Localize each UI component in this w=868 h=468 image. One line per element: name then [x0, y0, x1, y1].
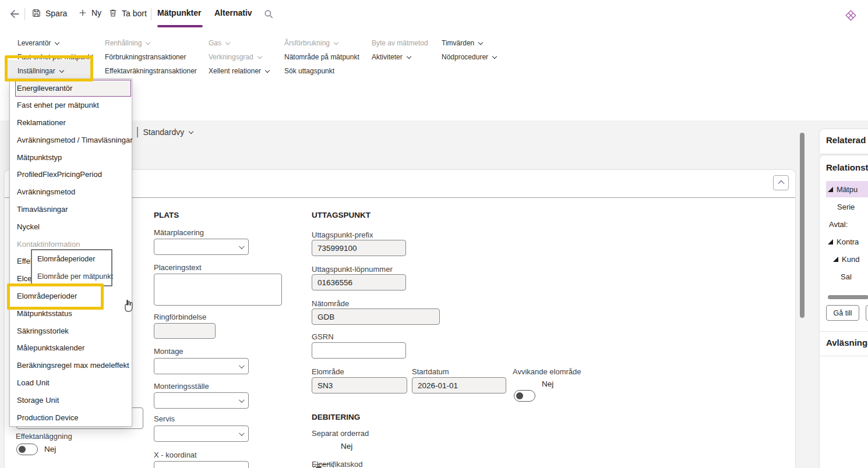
- view-selector[interactable]: Standardvy: [137, 127, 193, 137]
- menu-installningar[interactable]: Inställningar: [17, 64, 93, 78]
- menu-item-avrakningsmetod[interactable]: Avräkningsmetod: [10, 183, 132, 201]
- submenu-item-elomradeperioder[interactable]: Elområdeperioder: [32, 250, 111, 268]
- tree-node-matpunkt[interactable]: Mätpu: [828, 181, 858, 197]
- tree-expander-icon[interactable]: [828, 187, 833, 192]
- menu-item-load-unit[interactable]: Load Unit: [10, 374, 132, 392]
- tab-matpunkter[interactable]: Mätpunkter: [157, 8, 201, 17]
- matarplacering-label: Mätarplacering: [154, 228, 204, 237]
- separat-orderrad-label: Separat orderrad: [312, 429, 369, 438]
- menu-fast-enhet-per-matpunkt[interactable]: Fast enhet per mätpunkt: [17, 50, 93, 64]
- relation-tree-card: Relationstr Mätpu Serie Avtal: Kontra Ku…: [820, 155, 868, 468]
- menu-item-profiledflexpricingperiod[interactable]: ProfiledFlexPricingPeriod: [10, 166, 132, 183]
- save-button[interactable]: Spara: [31, 8, 67, 18]
- app-logo-icon: [845, 9, 857, 22]
- menu-natomrade-pa-matpunkt[interactable]: Nätområde på mätpunkt: [284, 50, 359, 64]
- effektanlaggning-value: Nej: [44, 445, 56, 453]
- tree-node-avtal[interactable]: Avtal:: [829, 216, 848, 232]
- menu-item-berakningsregel-max-medeleffekt[interactable]: Beräkningsregel max medeleffekt: [10, 357, 132, 374]
- related-title: Relaterad: [826, 135, 866, 145]
- menu-item-malepunktskalender[interactable]: Målepunktskalender: [10, 339, 132, 357]
- menu-item-production-device[interactable]: Production Device: [10, 409, 132, 426]
- toolbar-divider: [151, 8, 151, 20]
- montage-select[interactable]: [154, 358, 249, 374]
- collapse-section-button[interactable]: [773, 175, 789, 190]
- menu-item-timavlasningar[interactable]: Timavläsningar: [10, 201, 132, 218]
- ringforbindelse-input[interactable]: [154, 323, 216, 339]
- trash-icon: [108, 8, 118, 18]
- menu-forbrukningstransaktioner[interactable]: Förbrukningstransaktioner: [105, 50, 197, 64]
- chevron-down-icon: [189, 129, 193, 134]
- menu-item-avrakningsmetod-timavlasningar[interactable]: Avräkningsmetod / Timavläsningar: [10, 131, 132, 148]
- chevron-up-icon: [778, 180, 784, 187]
- menu-byte-av-matmetod[interactable]: Byte av mätmetod: [372, 36, 428, 50]
- avvikande-elomrade-toggle[interactable]: [514, 390, 535, 402]
- chevron-down-icon: [265, 68, 270, 73]
- chevron-down-icon: [146, 40, 150, 45]
- section-uttagspunkt: UTTAGSPUNKT: [312, 211, 371, 219]
- uttagspunkt-lopnummer-input[interactable]: 01636556: [312, 274, 406, 290]
- menu-timvarden[interactable]: Timvärden: [442, 36, 496, 50]
- submenu-item-elomrade-per-matpunkt[interactable]: Elområde per mätpunkt: [32, 268, 111, 285]
- menu-item-storage-unit[interactable]: Storage Unit: [10, 391, 132, 409]
- back-button[interactable]: [8, 8, 21, 20]
- tree-node-kund[interactable]: Kund: [833, 251, 859, 267]
- vertical-scrollbar[interactable]: [800, 133, 805, 318]
- matarplacering-select[interactable]: [154, 239, 249, 255]
- menu-xellent-relationer[interactable]: Xellent relationer: [209, 64, 269, 78]
- app-window: Spara Ny Ta bort Mätpunkter Alternativ L…: [0, 0, 868, 468]
- menu-item-nyckel[interactable]: Nyckel: [10, 218, 132, 235]
- menu-item-matpunktsstatus[interactable]: Mätpunktsstatus: [10, 304, 132, 322]
- menubar-column-3: Gas Verkningsgrad Xellent relationer: [209, 36, 269, 78]
- search-icon[interactable]: [263, 9, 274, 19]
- chevron-down-icon: [334, 40, 338, 45]
- delete-button[interactable]: Ta bort: [108, 8, 147, 18]
- ringforbindelse-label: Ringförbindelse: [154, 313, 206, 321]
- menu-sok-uttagspunkt[interactable]: Sök uttagspunkt: [284, 64, 359, 78]
- menu-item-elomradeperioder[interactable]: Elområdeperioder: [10, 288, 132, 305]
- menu-leverantor[interactable]: Leverantör: [17, 36, 93, 50]
- uttagspunkt-prefix-input[interactable]: 735999100: [312, 240, 406, 256]
- menu-gas[interactable]: Gas: [209, 36, 269, 50]
- menu-renhallning[interactable]: Renhållning: [105, 36, 197, 50]
- tree-expander-icon[interactable]: [828, 239, 833, 244]
- placeringstext-textarea[interactable]: [154, 274, 282, 306]
- section-plats: PLATS: [154, 211, 179, 219]
- toolbar-divider: [24, 8, 25, 20]
- x-koordinat-input[interactable]: [154, 461, 249, 468]
- effektanlaggning-toggle[interactable]: [16, 444, 38, 455]
- uttagspunkt-lopnummer-label: Uttagspunkt-löpnummer: [312, 265, 393, 274]
- secondary-button[interactable]: [866, 305, 868, 321]
- natomrade-input[interactable]: GDB: [312, 309, 440, 325]
- elomrade-input[interactable]: SN3: [312, 377, 407, 393]
- startdatum-input[interactable]: 2026-01-01: [412, 377, 506, 393]
- servis-label: Servis: [154, 414, 175, 423]
- tree-expander-icon[interactable]: [833, 257, 838, 262]
- menu-nodprocedurer[interactable]: Nödprocedurer: [442, 50, 496, 64]
- tree-node-kontrakt[interactable]: Kontra: [828, 233, 859, 250]
- go-to-button[interactable]: Gå till: [826, 305, 859, 321]
- chevron-down-icon: [406, 54, 411, 59]
- servis-select[interactable]: [154, 426, 249, 442]
- menu-aktiviteter[interactable]: Aktiviteter: [372, 50, 428, 64]
- chevron-down-icon: [225, 40, 230, 45]
- menu-item-energileverantor[interactable]: Energileverantör: [15, 80, 131, 97]
- menu-item-reklamationer[interactable]: Reklamationer: [10, 114, 132, 132]
- new-label: Ny: [91, 8, 101, 17]
- active-tab-underline: [157, 25, 203, 27]
- new-button[interactable]: Ny: [78, 8, 101, 17]
- tree-node-serie[interactable]: Serie: [837, 198, 855, 215]
- panel-divider: [820, 331, 868, 332]
- menu-arsforbrukning[interactable]: Årsförbrukning: [284, 36, 359, 50]
- menu-item-matpunktstyp[interactable]: Mätpunktstyp: [10, 148, 132, 166]
- tree-horizontal-scrollbar[interactable]: [828, 295, 868, 299]
- menubar-column-2: Renhållning Förbrukningstransaktioner Ef…: [105, 36, 197, 78]
- menu-item-sakringsstorlek[interactable]: Säkringsstorlek: [10, 322, 132, 339]
- tree-node-sal[interactable]: Sal: [841, 268, 852, 285]
- gsrn-input[interactable]: [312, 342, 406, 359]
- menu-verkningsgrad[interactable]: Verkningsgrad: [209, 50, 269, 64]
- tab-alternativ[interactable]: Alternativ: [214, 8, 252, 17]
- menu-item-fast-enhet-per-matpunkt[interactable]: Fast enhet per mätpunkt: [10, 97, 132, 114]
- monteringsstalle-select[interactable]: [154, 392, 249, 409]
- menu-effektavrakningstransaktioner[interactable]: Effektavräkningstransaktioner: [105, 64, 197, 78]
- menubar-column-6: Timvärden Nödprocedurer: [442, 36, 496, 64]
